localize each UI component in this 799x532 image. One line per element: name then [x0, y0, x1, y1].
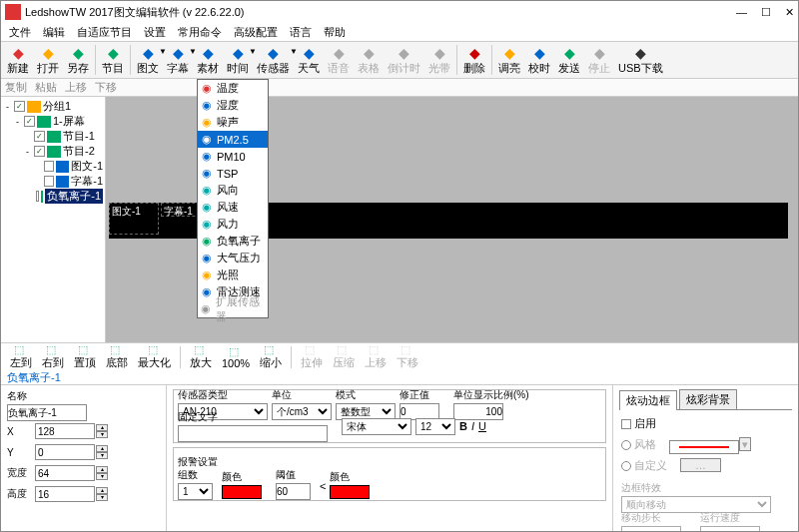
sensor-item-TSP[interactable]: ◉TSP — [198, 165, 268, 182]
sensor-item-湿度[interactable]: ◉湿度 — [198, 97, 268, 114]
style-dd[interactable]: ▾ — [739, 437, 751, 451]
sensor-item-PM2.5[interactable]: ◉PM2.5 — [198, 131, 268, 148]
style-preview[interactable] — [669, 440, 739, 454]
y-input[interactable] — [35, 444, 95, 460]
close-button[interactable]: ✕ — [785, 6, 794, 19]
tool-倒计时: ◆倒计时 — [384, 44, 424, 77]
color1-box[interactable] — [222, 485, 262, 499]
tree-负氧离子-1[interactable]: 负氧离子-1 — [3, 189, 103, 204]
tree-1-屏幕[interactable]: -✓1-屏幕 — [3, 114, 103, 129]
menu-语言[interactable]: 语言 — [286, 25, 316, 40]
tool-调亮[interactable]: ◆调亮 — [494, 44, 524, 77]
font-select[interactable]: 宋体 — [342, 418, 411, 435]
x-input[interactable] — [35, 423, 95, 439]
tool-字幕[interactable]: ◆字幕▼ — [163, 44, 193, 77]
tree-节目-1[interactable]: ✓节目-1 — [3, 129, 103, 144]
bold-button[interactable]: B — [459, 420, 467, 432]
subtool-粘贴: 粘贴 — [35, 80, 57, 95]
step-label: 移动步长 — [621, 511, 696, 525]
maximize-button[interactable]: ☐ — [761, 6, 771, 19]
menu-帮助[interactable]: 帮助 — [320, 25, 350, 40]
group-label: 组数 — [178, 468, 218, 482]
custom-radio[interactable] — [621, 461, 631, 471]
btool-左到[interactable]: ⬚左到 — [7, 343, 35, 370]
h-label: 高度 — [7, 487, 35, 501]
tool-节目[interactable]: ◆节目 — [98, 44, 128, 77]
size-select[interactable]: 12 — [415, 418, 455, 435]
sensor-item-温度[interactable]: ◉温度 — [198, 80, 268, 97]
btool-置顶[interactable]: ⬚置顶 — [71, 343, 99, 370]
btool-右到[interactable]: ⬚右到 — [39, 343, 67, 370]
tool-USB下载[interactable]: ◆USB下载 — [614, 44, 667, 77]
menu-设置[interactable]: 设置 — [140, 25, 170, 40]
sensor-item-噪声[interactable]: ◉噪声 — [198, 114, 268, 131]
tree-节目-2[interactable]: -✓节目-2 — [3, 144, 103, 159]
alarm-label: 报警设置 — [178, 455, 228, 469]
menu-自适应节目[interactable]: 自适应节目 — [73, 25, 136, 40]
sensor-item-风速[interactable]: ◉风速 — [198, 199, 268, 216]
sensor-item-大气压力[interactable]: ◉大气压力 — [198, 250, 268, 266]
custom-btn[interactable]: … — [680, 458, 721, 472]
tool-素材[interactable]: ◆素材 — [193, 44, 223, 77]
sensor-item-风向[interactable]: ◉风向 — [198, 182, 268, 199]
name-input[interactable] — [7, 404, 87, 421]
name-label: 名称 — [7, 389, 160, 403]
sensor-item-负氧离子[interactable]: ◉负氧离子 — [198, 233, 268, 250]
fixed-input[interactable] — [178, 425, 328, 442]
tool-发送[interactable]: ◆发送 — [554, 44, 584, 77]
tree-分组1[interactable]: -✓分组1 — [3, 99, 103, 114]
tree-图文-1[interactable]: 图文-1 — [3, 159, 103, 174]
menu-文件[interactable]: 文件 — [5, 25, 35, 40]
underline-button[interactable]: U — [478, 420, 486, 432]
effect-select[interactable]: 顺向移动 — [621, 496, 771, 513]
tool-天气[interactable]: ◆天气 — [294, 44, 324, 77]
x-label: X — [7, 426, 35, 437]
step-select[interactable] — [621, 526, 681, 532]
tab-border[interactable]: 炫动边框 — [619, 390, 677, 410]
sensor-item-风力[interactable]: ◉风力 — [198, 216, 268, 233]
project-tree[interactable]: -✓分组1-✓1-屏幕✓节目-1-✓节目-2图文-1字幕-1负氧离子-1 — [1, 97, 106, 342]
ratio-input[interactable] — [453, 403, 503, 420]
thresh-input[interactable] — [276, 483, 311, 500]
tool-停止: ◆停止 — [584, 44, 614, 77]
tool-传感器[interactable]: ◆传感器▼ — [253, 44, 294, 77]
tool-删除[interactable]: ◆删除 — [459, 44, 489, 77]
tool-图文[interactable]: ◆图文▼ — [133, 44, 163, 77]
tool-语音: ◆语音 — [324, 44, 354, 77]
speed-select[interactable] — [700, 526, 760, 532]
tool-另存[interactable]: ◆另存 — [63, 44, 93, 77]
tool-打开[interactable]: ◆打开 — [33, 44, 63, 77]
lt-symbol: < — [320, 480, 326, 494]
tool-时间[interactable]: ◆时间▼ — [223, 44, 253, 77]
minimize-button[interactable]: — — [736, 6, 747, 19]
mode-label: 模式 — [336, 388, 396, 402]
zone-1[interactable]: 图文-1 — [109, 203, 159, 235]
sensortype-label: 传感器类型 — [178, 388, 268, 402]
tree-字幕-1[interactable]: 字幕-1 — [3, 174, 103, 189]
w-input[interactable] — [35, 465, 95, 481]
btool-放大[interactable]: ⬚放大 — [187, 343, 215, 370]
color2-box[interactable] — [330, 485, 370, 499]
sensor-item-PM10[interactable]: ◉PM10 — [198, 148, 268, 165]
btool-底部[interactable]: ⬚底部 — [103, 343, 131, 370]
sensor-dropdown[interactable]: ◉温度◉湿度◉噪声◉PM2.5◉PM10◉TSP◉风向◉风速◉风力◉负氧离子◉大… — [197, 79, 269, 318]
tab-background[interactable]: 炫彩背景 — [679, 389, 737, 409]
sensor-item-光照[interactable]: ◉光照 — [198, 266, 268, 283]
italic-button[interactable]: I — [471, 420, 474, 432]
enable-check[interactable] — [621, 419, 631, 429]
btool-缩小[interactable]: ⬚缩小 — [257, 343, 285, 370]
h-input[interactable] — [35, 486, 95, 502]
style-radio[interactable] — [621, 440, 631, 450]
corr-label: 修正值 — [400, 388, 449, 402]
btool-上移: ⬚上移 — [362, 343, 390, 370]
group-select[interactable]: 1 — [178, 483, 213, 500]
btool-下移: ⬚下移 — [394, 343, 421, 370]
menu-常用命令[interactable]: 常用命令 — [174, 25, 226, 40]
menu-高级配置[interactable]: 高级配置 — [230, 25, 282, 40]
btool-100%[interactable]: ⬚100% — [219, 345, 253, 369]
menu-编辑[interactable]: 编辑 — [39, 25, 69, 40]
subtool-下移: 下移 — [95, 80, 117, 95]
tool-校时[interactable]: ◆校时 — [524, 44, 554, 77]
btool-最大化[interactable]: ⬚最大化 — [135, 343, 174, 370]
tool-新建[interactable]: ◆新建 — [3, 44, 33, 77]
